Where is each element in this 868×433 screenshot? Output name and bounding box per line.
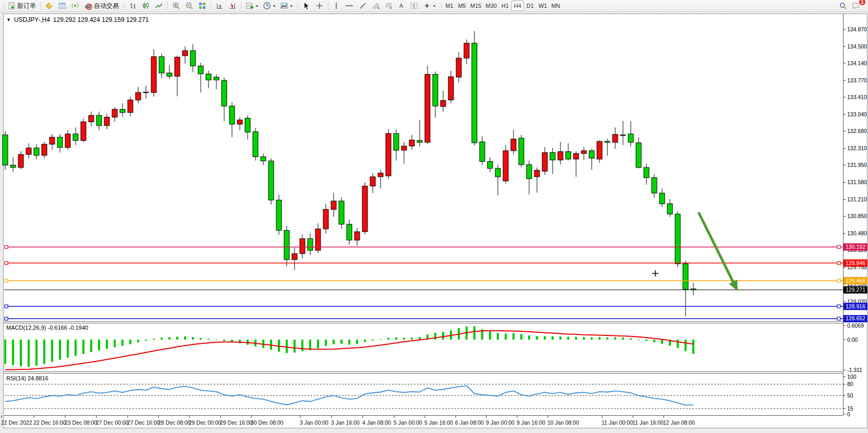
svg-text:12 Jan 08:00: 12 Jan 08:00 <box>663 419 695 426</box>
svg-text:128.916: 128.916 <box>846 303 865 309</box>
macd-indicator-label: MACD(12,26,9) -0.6166 -0.1940 <box>6 324 88 331</box>
svg-text:9 Jan 16:00: 9 Jan 16:00 <box>517 419 545 426</box>
svg-text:-1.311: -1.311 <box>847 367 862 373</box>
svg-text:131.580: 131.580 <box>847 179 867 185</box>
svg-text:30 Dec 08:00: 30 Dec 08:00 <box>251 419 284 426</box>
svg-text:130.850: 130.850 <box>847 213 867 219</box>
svg-text:132.310: 132.310 <box>847 145 867 151</box>
svg-text:0.00: 0.00 <box>847 336 858 343</box>
svg-text:133.770: 133.770 <box>847 77 867 83</box>
svg-text:5 Jan 16:00: 5 Jan 16:00 <box>424 419 453 426</box>
svg-text:50: 50 <box>847 392 853 399</box>
svg-text:130.480: 130.480 <box>847 230 867 236</box>
svg-text:133.410: 133.410 <box>847 94 867 100</box>
svg-text:6 Jan 08:00: 6 Jan 08:00 <box>455 419 484 426</box>
svg-text:129.468: 129.468 <box>846 278 865 284</box>
svg-text:11 Jan 00:00: 11 Jan 00:00 <box>602 419 633 426</box>
one-click-trading-arrow-icon[interactable]: ▼ <box>6 17 11 22</box>
chart-canvas[interactable]: 134.870134.500134.140133.770133.410133.0… <box>0 0 868 433</box>
svg-text:22 Dec 16:00: 22 Dec 16:00 <box>33 419 66 426</box>
svg-text:134.140: 134.140 <box>847 60 867 66</box>
svg-text:129.846: 129.846 <box>846 260 865 266</box>
svg-text:11 Jan 16:00: 11 Jan 16:00 <box>632 419 664 426</box>
rsi-indicator-label: RSI(14) 24.8816 <box>6 375 48 381</box>
svg-text:27 Dec 00:00: 27 Dec 00:00 <box>96 419 129 426</box>
svg-text:3 Jan 16:00: 3 Jan 16:00 <box>331 419 360 426</box>
svg-text:0: 0 <box>847 411 850 417</box>
svg-text:131.950: 131.950 <box>847 162 867 168</box>
svg-text:130.192: 130.192 <box>846 244 865 250</box>
svg-text:28 Dec 08:00: 28 Dec 08:00 <box>158 419 191 426</box>
svg-text:29 Dec 16:00: 29 Dec 16:00 <box>220 419 253 426</box>
chart-title: ▼ USDJPY-,H4 129.292 129.424 129.159 129… <box>6 16 149 23</box>
svg-text:132.680: 132.680 <box>847 128 867 134</box>
svg-text:3 Jan 00:00: 3 Jan 00:00 <box>300 419 328 426</box>
svg-text:80: 80 <box>847 381 853 387</box>
svg-text:23 Dec 08:00: 23 Dec 08:00 <box>65 419 97 426</box>
svg-text:134.870: 134.870 <box>847 26 867 32</box>
svg-text:9 Jan 00:00: 9 Jan 00:00 <box>486 419 515 426</box>
svg-text:0.6069: 0.6069 <box>847 322 864 329</box>
chart-title-ohlc: 129.292 129.424 129.159 129.271 <box>53 16 149 23</box>
svg-text:10 Jan 08:00: 10 Jan 08:00 <box>547 419 579 426</box>
svg-text:5 Jan 00:00: 5 Jan 00:00 <box>394 419 422 426</box>
svg-text:131.210: 131.210 <box>847 196 867 202</box>
svg-text:134.500: 134.500 <box>847 43 867 50</box>
svg-text:29 Dec 00:00: 29 Dec 00:00 <box>189 419 222 426</box>
svg-text:22 Dec 2022: 22 Dec 2022 <box>1 419 32 426</box>
svg-text:4 Jan 08:00: 4 Jan 08:00 <box>362 419 391 426</box>
svg-text:128.652: 128.652 <box>846 315 865 321</box>
svg-text:27 Dec 16:00: 27 Dec 16:00 <box>127 419 160 426</box>
svg-text:129.271: 129.271 <box>846 286 865 293</box>
svg-text:100: 100 <box>847 374 857 380</box>
chart-title-symbol: USDJPY-,H4 <box>14 16 50 23</box>
svg-text:133.040: 133.040 <box>847 111 867 117</box>
